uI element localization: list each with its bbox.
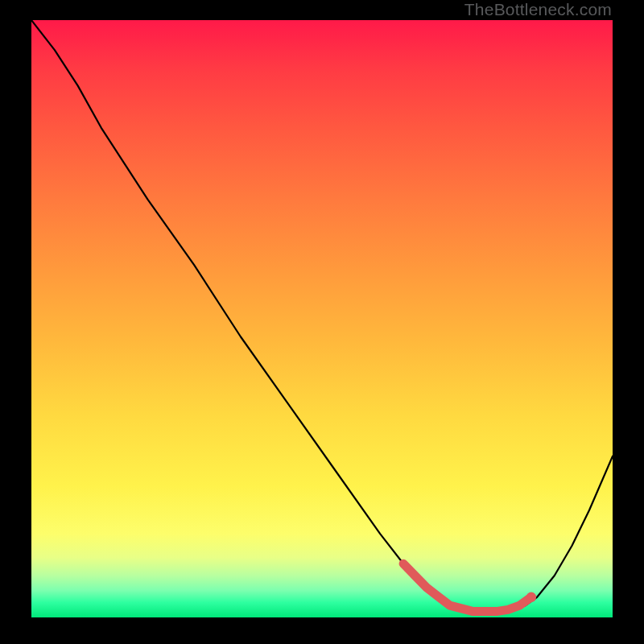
optimal-zone-marker (403, 564, 531, 611)
bottleneck-curve (31, 20, 613, 612)
chart-svg (31, 20, 613, 617)
optimal-zone-end-dot (526, 592, 536, 602)
chart-container: TheBottleneck.com (0, 0, 644, 644)
plot-area (31, 20, 613, 617)
watermark-text: TheBottleneck.com (464, 0, 612, 19)
curve-group (31, 20, 613, 612)
